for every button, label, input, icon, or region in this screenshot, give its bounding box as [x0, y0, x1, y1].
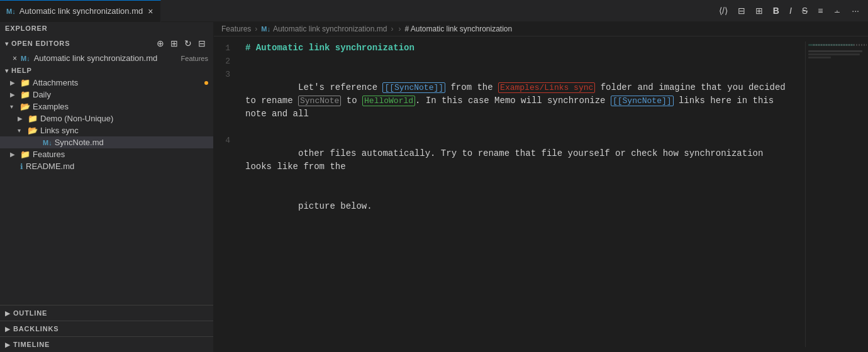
explorer-label: EXPLORER	[5, 25, 48, 32]
explorer-header[interactable]: EXPLORER	[0, 22, 213, 35]
open-editors-chevron: ▾	[5, 40, 9, 47]
help-section: ▾ HELP ▶ 📁 Attachments ▶ 📁 Daily ▾ 📂 Exa…	[0, 64, 213, 172]
tab-label: Automatic link synchronization.md	[19, 6, 143, 16]
outline-chevron: ▶	[5, 310, 11, 317]
tree-item-links-sync[interactable]: ▾ 📂 Links sync	[0, 124, 213, 136]
minimap-line-3	[808, 50, 862, 52]
main-layout: EXPLORER ▾ OPEN EDITORS ⊕ ⊞ ↻ ⊟ × M↓ Aut…	[0, 22, 868, 352]
text-to: to	[341, 96, 362, 106]
editor-line-2	[245, 55, 793, 68]
breadcrumb-md-icon: M↓	[261, 25, 270, 33]
editor-lines[interactable]: # Automatic link synchronization Let's r…	[245, 41, 805, 347]
backlinks-label: BACKLINKS	[13, 325, 59, 333]
attachments-folder-icon: 📁	[20, 78, 30, 87]
line-number-2: 2	[214, 55, 238, 68]
text-other-files: other files automatically. Try to rename…	[245, 148, 769, 172]
split-button[interactable]: ⫠	[829, 3, 845, 18]
bold-button[interactable]: B	[769, 3, 783, 18]
minimap-line-3b	[808, 53, 860, 55]
sidebar: EXPLORER ▾ OPEN EDITORS ⊕ ⊞ ↻ ⊟ × M↓ Aut…	[0, 22, 214, 352]
outline-header[interactable]: ▶ OUTLINE	[0, 305, 213, 321]
links-sync-folder-icon: 📂	[28, 126, 38, 135]
breadcrumb-heading[interactable]: # Automatic link synchronization	[404, 25, 512, 33]
open-editors-header[interactable]: ▾ OPEN EDITORS ⊕ ⊞ ↻ ⊟	[0, 35, 213, 52]
collapse-button[interactable]: ⊟	[196, 37, 208, 50]
tab-bar: M↓ Automatic link synchronization.md × ⟨…	[0, 0, 868, 22]
line-number-1: 1	[214, 41, 238, 55]
demo-label: Demo (Non-Unique)	[40, 114, 208, 123]
new-file-button[interactable]: ⊕	[154, 37, 167, 50]
empty-line-4	[245, 226, 250, 239]
examples-label: Examples	[33, 102, 208, 111]
attachments-dot	[204, 81, 208, 85]
links-sync-label: Links sync	[40, 126, 208, 135]
editor-line-3: Let's reference [[SyncNote]] from the Ex…	[245, 68, 793, 226]
breadcrumb-chevron: ›	[398, 25, 401, 33]
breadcrumb-features[interactable]: Features	[221, 25, 251, 33]
backlinks-header[interactable]: ▶ BACKLINKS	[0, 321, 213, 336]
source-toggle-button[interactable]: ⟨/⟩	[715, 3, 732, 18]
editor-line-1: # Automatic link synchronization	[245, 41, 793, 55]
syncnote-md-icon: M↓	[43, 139, 52, 146]
text-lets-reference: Let's reference	[298, 82, 382, 92]
tree-item-attachments[interactable]: ▶ 📁 Attachments	[0, 77, 213, 89]
minimap-scrollbar-hint	[813, 44, 867, 46]
tree-item-daily[interactable]: ▶ 📁 Daily	[0, 89, 213, 101]
editor-content[interactable]: 1 2 3 4 # Automatic link synchronization	[214, 36, 868, 352]
active-tab[interactable]: M↓ Automatic link synchronization.md ×	[0, 0, 161, 22]
tree-item-examples[interactable]: ▾ 📂 Examples	[0, 101, 213, 113]
link-examples-links[interactable]: Examples/Links sync	[498, 82, 595, 93]
tree-item-readme[interactable]: ℹ README.md	[0, 160, 213, 172]
bottom-sections: ▶ OUTLINE ▶ BACKLINKS ▶ TIMELINE	[0, 305, 213, 352]
editor-line-4	[245, 226, 793, 239]
readme-info-icon: ℹ	[20, 162, 23, 171]
breadcrumb-sep2: ›	[391, 25, 393, 33]
breadcrumb-bar: Features › M↓ Automatic link synchroniza…	[214, 22, 868, 36]
columns-button[interactable]: ⊟	[734, 3, 749, 18]
list-button[interactable]: ≡	[814, 3, 826, 18]
tree-item-features[interactable]: ▶ 📁 Features	[0, 148, 213, 160]
close-editor-icon[interactable]: ×	[13, 54, 17, 63]
links-sync-chevron: ▾	[18, 127, 25, 134]
new-folder-button[interactable]: ⊞	[168, 37, 181, 50]
open-editor-filename: Automatic link synchronization.md	[34, 53, 158, 63]
open-editor-md-icon: M↓	[21, 55, 30, 62]
minimap	[805, 41, 868, 347]
tree-item-demo[interactable]: ▶ 📁 Demo (Non-Unique)	[0, 113, 213, 124]
editor-area: Features › M↓ Automatic link synchroniza…	[214, 22, 868, 352]
line-number-3c	[214, 107, 238, 134]
line-number-3: 3	[214, 68, 238, 81]
heading-text: # Automatic link synchronization	[245, 41, 415, 55]
features-label: Features	[33, 150, 208, 159]
open-editors-section: ▾ OPEN EDITORS ⊕ ⊞ ↻ ⊟ × M↓ Automatic li…	[0, 35, 213, 64]
link-syncnote-rename[interactable]: SyncNote	[298, 96, 341, 106]
examples-chevron: ▾	[10, 103, 18, 110]
more-button[interactable]: ···	[848, 3, 863, 18]
open-editor-item[interactable]: × M↓ Automatic link synchronization.md F…	[0, 52, 213, 64]
timeline-header[interactable]: ▶ TIMELINE	[0, 336, 213, 352]
layout-button[interactable]: ⊞	[752, 3, 767, 18]
syncnote-label: SyncNote.md	[55, 138, 208, 147]
help-label: HELP	[11, 67, 32, 74]
open-editors-actions: ⊕ ⊞ ↻ ⊟	[154, 37, 208, 50]
text-from-the: from the	[445, 82, 498, 92]
attachments-chevron: ▶	[10, 79, 18, 86]
examples-folder-icon: 📂	[20, 102, 30, 111]
tab-md-icon: M↓	[6, 8, 16, 15]
link-syncnote-1[interactable]: [[SyncNote]]	[382, 82, 445, 93]
tree-item-syncnote[interactable]: M↓ SyncNote.md	[0, 136, 213, 148]
open-editors-label: OPEN EDITORS	[11, 40, 70, 47]
daily-label: Daily	[33, 90, 208, 99]
italic-button[interactable]: I	[786, 3, 796, 18]
link-helloworld[interactable]: HelloWorld	[362, 96, 415, 106]
empty-line-2	[245, 55, 250, 68]
link-syncnote-2[interactable]: [[SyncNote]]	[611, 96, 674, 106]
strike-button[interactable]: S	[798, 3, 811, 18]
tab-close-button[interactable]: ×	[147, 5, 154, 18]
refresh-button[interactable]: ↻	[182, 37, 194, 50]
breadcrumb-file[interactable]: Automatic link synchronization.md	[273, 25, 387, 33]
demo-chevron: ▶	[18, 115, 25, 122]
demo-folder-icon: 📁	[28, 114, 38, 123]
help-chevron: ▾	[5, 67, 9, 74]
help-header[interactable]: ▾ HELP	[0, 64, 213, 77]
